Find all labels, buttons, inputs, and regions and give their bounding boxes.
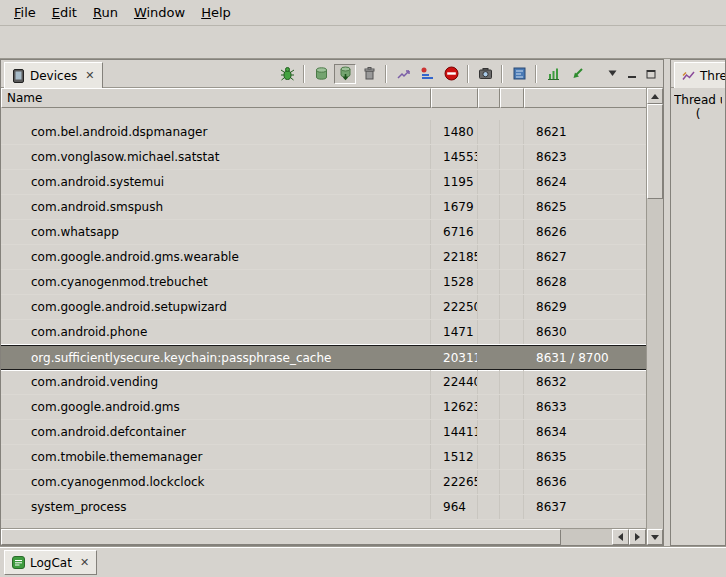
threads-tabbar: Threads (671, 60, 725, 88)
table-row[interactable]: com.bel.android.dspmanager 1480 8621 (1, 120, 646, 145)
table-row[interactable]: com.google.android.gms.wearable 22185 86… (1, 245, 646, 270)
cell-blank2 (500, 170, 524, 194)
cell-port: 8626 (524, 220, 646, 244)
cell-blank2 (500, 245, 524, 269)
tab-threads-label: Threads (700, 69, 726, 83)
cell-blank1 (478, 295, 500, 319)
cell-pid: 964 (431, 495, 478, 519)
column-header-blank1[interactable] (478, 88, 500, 108)
hscroll-thumb[interactable] (1, 529, 561, 545)
cell-blank1 (478, 395, 500, 419)
table-row[interactable]: com.cyanogenmod.lockclock 22265 8636 (1, 470, 646, 495)
column-header-name[interactable]: Name (1, 88, 431, 108)
menubar: File Edit Run Window Help (0, 0, 726, 26)
threads-icon (682, 69, 695, 82)
view-menu-icon[interactable] (604, 64, 621, 84)
menu-run[interactable]: Run (85, 2, 126, 23)
main-toolbar (0, 26, 726, 59)
cell-process-name: com.android.vending (1, 370, 431, 394)
cell-pid: 12623 (431, 395, 478, 419)
table-row[interactable]: com.android.systemui 1195 8624 (1, 170, 646, 195)
capture-systrace-icon[interactable] (508, 64, 530, 84)
cell-process-name: org.sufficientlysecure.keychain:passphra… (1, 346, 431, 369)
screen-capture-icon[interactable] (474, 64, 496, 84)
cell-blank2 (500, 420, 524, 444)
cell-pid: 1471 (431, 320, 478, 344)
table-row[interactable]: com.android.smspush 1679 8625 (1, 195, 646, 220)
table-row[interactable]: system_process 964 8637 (1, 495, 646, 520)
cell-pid: 14411 (431, 420, 478, 444)
vscroll-thumb[interactable] (647, 104, 663, 199)
cell-blank1 (478, 120, 500, 144)
table-row[interactable]: com.vonglasow.michael.satstat 14553 8623 (1, 145, 646, 170)
table-row[interactable]: com.cyanogenmod.trebuchet 1528 8628 (1, 270, 646, 295)
tab-threads[interactable]: Threads (674, 62, 726, 88)
maximize-icon[interactable] (642, 64, 659, 84)
cell-blank2 (500, 270, 524, 294)
scroll-left-icon[interactable] (612, 529, 629, 545)
threads-message-line1: Thread up (674, 93, 722, 107)
update-heap-icon[interactable] (310, 64, 332, 84)
menu-help[interactable]: Help (193, 2, 239, 23)
table-row[interactable]: com.android.defcontainer 14411 8634 (1, 420, 646, 445)
cell-blank1 (478, 320, 500, 344)
cell-port: 8630 (524, 320, 646, 344)
method-profiling-icon[interactable] (416, 64, 438, 84)
threads-message-line2: ( (674, 107, 722, 121)
table-row[interactable]: com.android.vending 22440 8632 (1, 370, 646, 395)
vertical-scrollbar[interactable] (646, 88, 663, 545)
column-header-blank2[interactable] (500, 88, 524, 108)
cell-blank1 (478, 270, 500, 294)
menu-file[interactable]: File (6, 2, 44, 23)
table-row[interactable]: com.tmobile.thememanager 1512 8635 (1, 445, 646, 470)
scroll-down-icon[interactable] (647, 529, 663, 545)
table-row[interactable]: com.whatsapp 6716 8626 (1, 220, 646, 245)
dump-hprof-icon[interactable] (334, 64, 356, 84)
scroll-right-icon[interactable] (629, 529, 646, 545)
cell-process-name: com.tmobile.thememanager (1, 445, 431, 469)
scroll-up-icon[interactable] (647, 88, 663, 104)
table-row[interactable]: org.sufficientlysecure.keychain:passphra… (1, 345, 646, 370)
devices-table: Name com.bel.android.dspmanager 1480 862… (1, 88, 663, 545)
cell-port: 8621 (524, 120, 646, 144)
start-opengl-trace-icon[interactable] (566, 64, 588, 84)
cause-gc-icon[interactable] (358, 64, 380, 84)
cell-port: 8629 (524, 295, 646, 319)
device-icon (12, 69, 25, 83)
devices-toolbar (276, 64, 661, 84)
column-header-pid[interactable] (431, 88, 478, 108)
hscroll-track[interactable] (561, 529, 612, 545)
cell-blank2 (500, 395, 524, 419)
close-tab-icon[interactable]: ✕ (85, 69, 94, 82)
column-header-port[interactable] (524, 88, 646, 108)
update-threads-icon[interactable] (392, 64, 414, 84)
devices-view: Devices ✕ (0, 59, 664, 546)
debug-process-icon[interactable] (276, 64, 298, 84)
network-statistics-icon[interactable] (542, 64, 564, 84)
vscroll-track[interactable] (647, 199, 663, 529)
tab-devices[interactable]: Devices ✕ (4, 62, 103, 88)
tab-logcat[interactable]: LogCat ✕ (4, 550, 97, 575)
horizontal-scrollbar[interactable] (1, 528, 646, 545)
table-row[interactable]: com.android.phone 1471 8630 (1, 320, 646, 345)
cell-process-name: com.android.smspush (1, 195, 431, 219)
cell-pid: 14553 (431, 145, 478, 169)
cell-blank1 (478, 346, 500, 369)
cell-process-name: com.bel.android.dspmanager (1, 120, 431, 144)
stop-process-icon[interactable] (440, 64, 462, 84)
close-tab-icon[interactable]: ✕ (80, 556, 89, 569)
table-row[interactable]: com.google.android.gms 12623 8633 (1, 395, 646, 420)
cell-process-name: com.android.systemui (1, 170, 431, 194)
menu-window[interactable]: Window (126, 2, 193, 23)
logcat-bar: LogCat ✕ (0, 546, 726, 577)
threads-view: Threads Thread up ( (670, 59, 726, 546)
menu-edit[interactable]: Edit (44, 2, 85, 23)
table-row[interactable]: com.google.android.setupwizard 22250 862… (1, 295, 646, 320)
minimize-icon[interactable] (623, 64, 640, 84)
cell-port: 8624 (524, 170, 646, 194)
cell-pid: 1528 (431, 270, 478, 294)
cell-process-name: com.android.phone (1, 320, 431, 344)
cell-process-name: system_process (1, 495, 431, 519)
cell-blank2 (500, 470, 524, 494)
toolbar-separator (501, 65, 503, 83)
